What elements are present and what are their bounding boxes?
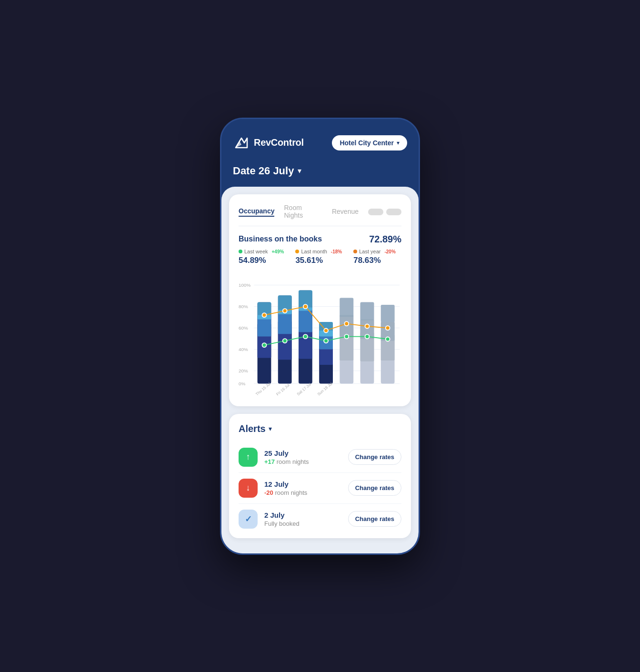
logo-area: RevControl: [233, 134, 304, 151]
hotel-selector[interactable]: Hotel City Center ▾: [332, 135, 407, 150]
alert-icon-check: ✓: [239, 510, 258, 529]
alert-info-2: 12 July -20 room nights: [264, 480, 341, 496]
alert-desc-3: Fully booked: [264, 520, 341, 527]
tab-pill-1: [368, 209, 383, 215]
stat-badge-month: -18%: [329, 249, 344, 255]
change-rates-btn-1[interactable]: Change rates: [348, 449, 401, 465]
svg-text:60%: 60%: [239, 325, 248, 331]
svg-point-52: [324, 328, 328, 332]
alert-date-3: 2 July: [264, 511, 341, 519]
tab-pills: [368, 209, 401, 215]
alert-info-1: 25 July +17 room nights: [264, 449, 341, 465]
alert-icon-down: ↓: [239, 479, 258, 498]
stat-label-week: Last week: [244, 249, 268, 254]
header: RevControl Hotel City Center ▾: [221, 119, 419, 159]
alerts-header: Alerts ▾: [239, 423, 401, 434]
svg-point-48: [386, 337, 390, 341]
main-content: Occupancy Room Nights Revenue Business o…: [221, 187, 419, 553]
chart-container: 100% 80% 60% 40% 20% 0%: [239, 273, 401, 397]
stat-badge-year: -20%: [382, 249, 397, 255]
alerts-title: Alerts: [239, 423, 266, 434]
tab-pill-2: [386, 209, 401, 215]
stats-header: Business on the books 72.89%: [239, 234, 401, 245]
alerts-chevron-icon[interactable]: ▾: [269, 425, 272, 432]
phone-frame: RevControl Hotel City Center ▾ Date 26 J…: [220, 118, 420, 555]
svg-rect-41: [381, 305, 395, 322]
logo-text: RevControl: [254, 137, 304, 148]
svg-text:80%: 80%: [239, 304, 248, 309]
svg-point-50: [283, 309, 287, 313]
date-label: Date 26 July: [233, 165, 294, 177]
svg-rect-33: [340, 298, 353, 317]
svg-point-43: [283, 339, 287, 343]
svg-point-51: [303, 304, 308, 309]
stat-dot-week: [239, 250, 242, 253]
stat-last-year: Last year -20% 78.63%: [353, 249, 398, 265]
alert-date-2: 12 July: [264, 480, 341, 488]
chart-card: Occupancy Room Nights Revenue Business o…: [229, 194, 411, 406]
svg-text:Sat 17 Jul: Sat 17 Jul: [296, 382, 312, 396]
svg-text:40%: 40%: [239, 347, 248, 352]
stat-last-month: Last month -18% 35.61%: [295, 249, 344, 265]
tab-room-nights[interactable]: Room Nights: [284, 204, 322, 220]
date-bar: Date 26 July ▾: [221, 159, 419, 187]
stat-badge-week: +49%: [270, 249, 286, 255]
alert-item-2: ↓ 12 July -20 room nights Change rates: [239, 473, 401, 504]
svg-point-47: [365, 334, 370, 339]
svg-point-44: [303, 334, 308, 339]
svg-point-49: [262, 313, 267, 317]
alert-desc-2: -20 room nights: [264, 489, 341, 496]
stat-dot-year: [353, 250, 357, 253]
alert-date-1: 25 July: [264, 449, 341, 457]
revcontrol-logo-icon: [233, 134, 250, 151]
svg-point-53: [344, 321, 349, 326]
stat-last-week: Last week +49% 54.89%: [239, 249, 286, 265]
alerts-card: Alerts ▾ ↑ 25 July +17 room nights Chang…: [229, 414, 411, 538]
stats-title: Business on the books: [239, 235, 322, 243]
stats-value: 72.89%: [369, 234, 401, 245]
alert-item-3: ✓ 2 July Fully booked Change rates: [239, 504, 401, 529]
tab-revenue[interactable]: Revenue: [332, 208, 359, 216]
svg-text:0%: 0%: [239, 381, 245, 386]
svg-point-46: [344, 334, 349, 339]
svg-point-45: [324, 339, 328, 343]
stats-row: Last week +49% 54.89% Last month -18% 35…: [239, 249, 401, 265]
alert-info-3: 2 July Fully booked: [264, 511, 341, 527]
chart-svg: 100% 80% 60% 40% 20% 0%: [239, 273, 401, 397]
svg-point-42: [262, 343, 267, 347]
phone-inner: RevControl Hotel City Center ▾ Date 26 J…: [221, 119, 419, 553]
tab-occupancy[interactable]: Occupancy: [239, 207, 274, 217]
stat-dot-month: [295, 250, 299, 253]
stat-number-year: 78.63%: [353, 256, 398, 265]
stat-number-week: 54.89%: [239, 256, 286, 265]
date-chevron-icon[interactable]: ▾: [298, 166, 301, 175]
stat-number-month: 35.61%: [295, 256, 344, 265]
svg-text:100%: 100%: [239, 282, 250, 288]
svg-text:Fri 16 Jul: Fri 16 Jul: [276, 383, 290, 396]
alert-desc-1: +17 room nights: [264, 458, 341, 465]
alert-icon-up: ↑: [239, 448, 258, 467]
svg-point-55: [386, 326, 390, 330]
alert-item-1: ↑ 25 July +17 room nights Change rates: [239, 442, 401, 473]
hotel-name: Hotel City Center: [340, 139, 394, 147]
tabs-row: Occupancy Room Nights Revenue: [239, 204, 401, 226]
svg-point-54: [365, 324, 370, 328]
change-rates-btn-3[interactable]: Change rates: [348, 511, 401, 527]
chevron-down-icon: ▾: [397, 140, 400, 146]
stat-label-year: Last year: [359, 249, 380, 254]
svg-rect-37: [360, 302, 374, 320]
svg-text:20%: 20%: [239, 368, 248, 373]
svg-rect-24: [299, 307, 312, 332]
change-rates-btn-2[interactable]: Change rates: [348, 480, 401, 496]
stat-label-month: Last month: [301, 249, 327, 254]
